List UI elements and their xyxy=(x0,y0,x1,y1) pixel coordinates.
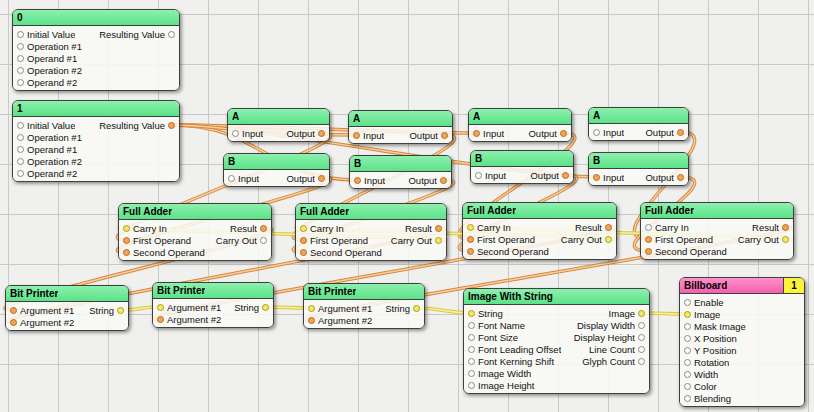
input-port[interactable] xyxy=(684,395,691,402)
port-label: Result xyxy=(575,222,602,233)
output-port[interactable] xyxy=(677,129,684,136)
output-port[interactable] xyxy=(435,225,442,232)
output-port-row: Result xyxy=(463,221,616,233)
input-port[interactable] xyxy=(684,299,691,306)
input-port[interactable] xyxy=(684,359,691,366)
input-port[interactable] xyxy=(308,317,315,324)
node-header[interactable]: B xyxy=(589,153,688,169)
input-port[interactable] xyxy=(157,316,164,323)
node-header[interactable]: Full Adder xyxy=(641,203,793,219)
port-label: Operation #2 xyxy=(27,65,82,76)
output-port[interactable] xyxy=(638,358,645,365)
output-port[interactable] xyxy=(260,237,267,244)
input-port[interactable] xyxy=(684,347,691,354)
output-port[interactable] xyxy=(318,130,325,137)
node-header[interactable]: B xyxy=(471,151,573,167)
input-port[interactable] xyxy=(684,371,691,378)
node-bp1[interactable]: Bit PrinterArgument #1Argument #2String xyxy=(5,285,129,331)
node-b4[interactable]: BInputOutput xyxy=(588,152,689,186)
input-port[interactable] xyxy=(300,249,307,256)
output-port[interactable] xyxy=(605,224,612,231)
input-port[interactable] xyxy=(17,67,24,74)
input-port[interactable] xyxy=(17,43,24,50)
node-header[interactable]: Full Adder xyxy=(463,203,616,219)
node-fa1[interactable]: Full AdderCarry InFirst OperandSecond Op… xyxy=(118,203,272,261)
node-b1[interactable]: BInputOutput xyxy=(223,153,330,187)
node-header[interactable]: A xyxy=(469,109,571,125)
node-header[interactable]: Billboard1 xyxy=(680,278,804,294)
node-a4[interactable]: AInputOutput xyxy=(588,107,689,141)
node-header[interactable]: Bit Printer xyxy=(304,284,424,300)
output-port[interactable] xyxy=(638,310,645,317)
output-column: String xyxy=(6,304,128,316)
input-port[interactable] xyxy=(467,248,474,255)
node-const1[interactable]: 1Initial ValueOperation #1Operand #1Oper… xyxy=(12,100,180,182)
node-bp2[interactable]: Bit PrinterArgument #1Argument #2String xyxy=(152,282,274,328)
node-header[interactable]: B xyxy=(350,156,451,172)
input-port[interactable] xyxy=(123,249,130,256)
node-iws[interactable]: Image With StringStringFont NameFont Siz… xyxy=(463,288,650,394)
input-port[interactable] xyxy=(684,383,691,390)
output-port[interactable] xyxy=(638,322,645,329)
output-port[interactable] xyxy=(441,132,448,139)
input-port[interactable] xyxy=(17,79,24,86)
output-port[interactable] xyxy=(440,177,447,184)
input-port[interactable] xyxy=(17,146,24,153)
node-a1[interactable]: AInputOutput xyxy=(227,108,330,142)
node-header[interactable]: B xyxy=(224,154,329,170)
node-bp3[interactable]: Bit PrinterArgument #1Argument #2String xyxy=(303,283,425,329)
input-port[interactable] xyxy=(17,55,24,62)
output-port[interactable] xyxy=(117,307,124,314)
node-fa2[interactable]: Full AdderCarry InFirst OperandSecond Op… xyxy=(295,203,447,261)
output-port[interactable] xyxy=(562,172,569,179)
output-port[interactable] xyxy=(318,175,325,182)
output-port[interactable] xyxy=(677,174,684,181)
input-port[interactable] xyxy=(684,323,691,330)
output-port[interactable] xyxy=(413,305,420,312)
editor-canvas[interactable]: 0Initial ValueOperation #1Operand #1Oper… xyxy=(0,0,814,412)
input-port[interactable] xyxy=(17,170,24,177)
node-header[interactable]: A xyxy=(228,109,329,125)
output-port[interactable] xyxy=(782,224,789,231)
node-bb[interactable]: Billboard1EnableImageMask ImageX Positio… xyxy=(679,277,805,407)
output-port[interactable] xyxy=(605,236,612,243)
input-port[interactable] xyxy=(645,248,652,255)
input-port-row: Rotation xyxy=(680,356,804,368)
output-port[interactable] xyxy=(638,346,645,353)
node-a3[interactable]: AInputOutput xyxy=(468,108,572,142)
input-port[interactable] xyxy=(468,370,475,377)
output-port[interactable] xyxy=(435,237,442,244)
node-header[interactable]: 0 xyxy=(13,10,179,26)
node-header[interactable]: Full Adder xyxy=(119,204,271,220)
input-port[interactable] xyxy=(468,382,475,389)
output-column: Output xyxy=(589,171,688,183)
node-b3[interactable]: BInputOutput xyxy=(470,150,574,184)
node-header[interactable]: A xyxy=(589,108,688,124)
port-label: String xyxy=(234,302,259,313)
node-a2[interactable]: AInputOutput xyxy=(348,110,453,144)
node-header[interactable]: Full Adder xyxy=(296,204,446,220)
output-port[interactable] xyxy=(782,236,789,243)
node-header[interactable]: Image With String xyxy=(464,289,649,305)
node-header[interactable]: A xyxy=(349,111,452,127)
node-fa4[interactable]: Full AdderCarry InFirst OperandSecond Op… xyxy=(640,202,794,260)
input-port[interactable] xyxy=(684,335,691,342)
input-port[interactable] xyxy=(684,311,691,318)
output-port[interactable] xyxy=(560,130,567,137)
node-header[interactable]: Bit Printer xyxy=(6,286,128,302)
node-header[interactable]: 1 xyxy=(13,101,179,117)
output-port[interactable] xyxy=(262,304,269,311)
input-port[interactable] xyxy=(10,319,17,326)
node-const0[interactable]: 0Initial ValueOperation #1Operand #1Oper… xyxy=(12,9,180,91)
node-fa3[interactable]: Full AdderCarry InFirst OperandSecond Op… xyxy=(462,202,617,260)
output-port[interactable] xyxy=(168,31,175,38)
input-port[interactable] xyxy=(17,158,24,165)
output-port[interactable] xyxy=(638,334,645,341)
output-port[interactable] xyxy=(168,122,175,129)
node-b2[interactable]: BInputOutput xyxy=(349,155,452,189)
port-label: Operand #2 xyxy=(27,168,77,179)
output-port[interactable] xyxy=(260,225,267,232)
node-header[interactable]: Bit Printer xyxy=(153,283,273,299)
input-port-row: Second Operand xyxy=(463,245,616,257)
input-port[interactable] xyxy=(17,134,24,141)
